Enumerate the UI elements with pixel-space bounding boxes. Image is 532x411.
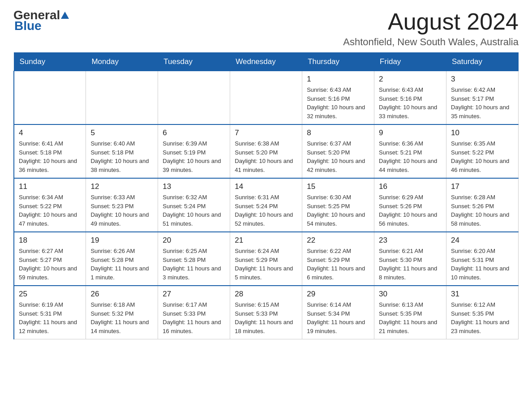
calendar-cell: 11Sunrise: 6:34 AMSunset: 5:22 PMDayligh… xyxy=(14,178,86,232)
day-header-thursday: Thursday xyxy=(302,53,374,71)
calendar-cell: 21Sunrise: 6:24 AMSunset: 5:29 PMDayligh… xyxy=(230,232,302,286)
day-number: 15 xyxy=(307,182,369,191)
calendar-cell: 1Sunrise: 6:43 AMSunset: 5:16 PMDaylight… xyxy=(302,71,374,125)
calendar-cell: 3Sunrise: 6:42 AMSunset: 5:17 PMDaylight… xyxy=(446,71,519,125)
calendar-cell: 24Sunrise: 6:20 AMSunset: 5:31 PMDayligh… xyxy=(446,232,519,286)
day-number: 20 xyxy=(163,236,225,245)
calendar-cell xyxy=(14,71,86,125)
calendar-cell xyxy=(86,71,158,125)
day-info: Sunrise: 6:37 AMSunset: 5:20 PMDaylight:… xyxy=(307,139,369,174)
day-number: 7 xyxy=(235,128,297,137)
day-info: Sunrise: 6:17 AMSunset: 5:33 PMDaylight:… xyxy=(163,300,225,335)
day-info: Sunrise: 6:21 AMSunset: 5:30 PMDaylight:… xyxy=(379,247,442,282)
page-title: August 2024 xyxy=(343,9,519,34)
calendar-cell: 15Sunrise: 6:30 AMSunset: 5:25 PMDayligh… xyxy=(302,178,374,232)
day-number: 22 xyxy=(307,236,369,245)
day-info: Sunrise: 6:41 AMSunset: 5:18 PMDaylight:… xyxy=(19,139,81,174)
day-number: 5 xyxy=(90,128,153,137)
day-info: Sunrise: 6:32 AMSunset: 5:24 PMDaylight:… xyxy=(163,193,225,228)
day-info: Sunrise: 6:43 AMSunset: 5:16 PMDaylight:… xyxy=(379,86,442,120)
day-info: Sunrise: 6:38 AMSunset: 5:20 PMDaylight:… xyxy=(235,139,297,174)
day-info: Sunrise: 6:35 AMSunset: 5:22 PMDaylight:… xyxy=(451,139,514,174)
day-header-monday: Monday xyxy=(86,53,158,71)
logo-blue-text: Blue xyxy=(14,19,42,33)
week-row-5: 25Sunrise: 6:19 AMSunset: 5:31 PMDayligh… xyxy=(14,286,519,339)
day-number: 6 xyxy=(163,128,225,137)
day-info: Sunrise: 6:31 AMSunset: 5:24 PMDaylight:… xyxy=(235,193,297,228)
day-info: Sunrise: 6:20 AMSunset: 5:31 PMDaylight:… xyxy=(451,247,514,282)
day-info: Sunrise: 6:33 AMSunset: 5:23 PMDaylight:… xyxy=(90,193,153,228)
day-info: Sunrise: 6:36 AMSunset: 5:21 PMDaylight:… xyxy=(379,139,442,174)
day-info: Sunrise: 6:34 AMSunset: 5:22 PMDaylight:… xyxy=(19,193,81,228)
day-number: 31 xyxy=(451,290,514,299)
calendar-cell: 2Sunrise: 6:43 AMSunset: 5:16 PMDaylight… xyxy=(374,71,446,125)
day-number: 27 xyxy=(163,290,225,299)
week-row-2: 4Sunrise: 6:41 AMSunset: 5:18 PMDaylight… xyxy=(14,124,519,178)
day-number: 14 xyxy=(235,182,297,191)
day-number: 30 xyxy=(379,290,442,299)
day-info: Sunrise: 6:14 AMSunset: 5:34 PMDaylight:… xyxy=(307,300,369,335)
day-number: 11 xyxy=(19,182,81,191)
day-header-friday: Friday xyxy=(374,53,446,71)
day-header-saturday: Saturday xyxy=(446,53,519,71)
day-info: Sunrise: 6:12 AMSunset: 5:35 PMDaylight:… xyxy=(451,300,514,335)
week-row-3: 11Sunrise: 6:34 AMSunset: 5:22 PMDayligh… xyxy=(14,178,519,232)
calendar-cell xyxy=(230,71,302,125)
day-number: 2 xyxy=(379,75,442,84)
day-number: 16 xyxy=(379,182,442,191)
title-area: August 2024 Ashtonfield, New South Wales… xyxy=(343,9,519,48)
calendar-cell: 16Sunrise: 6:29 AMSunset: 5:26 PMDayligh… xyxy=(374,178,446,232)
calendar-cell: 19Sunrise: 6:26 AMSunset: 5:28 PMDayligh… xyxy=(86,232,158,286)
day-number: 26 xyxy=(90,290,153,299)
logo: General Blue xyxy=(13,9,69,33)
day-number: 29 xyxy=(307,290,369,299)
week-row-1: 1Sunrise: 6:43 AMSunset: 5:16 PMDaylight… xyxy=(14,71,519,125)
calendar-cell: 14Sunrise: 6:31 AMSunset: 5:24 PMDayligh… xyxy=(230,178,302,232)
day-number: 8 xyxy=(307,128,369,137)
day-info: Sunrise: 6:27 AMSunset: 5:27 PMDaylight:… xyxy=(19,247,81,282)
calendar-cell: 20Sunrise: 6:25 AMSunset: 5:28 PMDayligh… xyxy=(158,232,230,286)
day-info: Sunrise: 6:15 AMSunset: 5:33 PMDaylight:… xyxy=(235,300,297,335)
calendar-cell: 8Sunrise: 6:37 AMSunset: 5:20 PMDaylight… xyxy=(302,124,374,178)
day-number: 21 xyxy=(235,236,297,245)
calendar-cell: 29Sunrise: 6:14 AMSunset: 5:34 PMDayligh… xyxy=(302,286,374,339)
calendar-cell: 27Sunrise: 6:17 AMSunset: 5:33 PMDayligh… xyxy=(158,286,230,339)
calendar-table: SundayMondayTuesdayWednesdayThursdayFrid… xyxy=(13,52,519,339)
calendar-cell: 13Sunrise: 6:32 AMSunset: 5:24 PMDayligh… xyxy=(158,178,230,232)
day-number: 3 xyxy=(451,75,514,84)
page-subtitle: Ashtonfield, New South Wales, Australia xyxy=(343,36,519,48)
day-info: Sunrise: 6:40 AMSunset: 5:18 PMDaylight:… xyxy=(90,139,153,174)
day-number: 12 xyxy=(90,182,153,191)
day-number: 24 xyxy=(451,236,514,245)
day-info: Sunrise: 6:22 AMSunset: 5:29 PMDaylight:… xyxy=(307,247,369,282)
day-number: 25 xyxy=(19,290,81,299)
day-info: Sunrise: 6:26 AMSunset: 5:28 PMDaylight:… xyxy=(90,247,153,282)
calendar-cell: 4Sunrise: 6:41 AMSunset: 5:18 PMDaylight… xyxy=(14,124,86,178)
day-number: 9 xyxy=(379,128,442,137)
day-header-wednesday: Wednesday xyxy=(230,53,302,71)
calendar-cell: 22Sunrise: 6:22 AMSunset: 5:29 PMDayligh… xyxy=(302,232,374,286)
day-number: 17 xyxy=(451,182,514,191)
day-info: Sunrise: 6:19 AMSunset: 5:31 PMDaylight:… xyxy=(19,300,81,335)
day-info: Sunrise: 6:24 AMSunset: 5:29 PMDaylight:… xyxy=(235,247,297,282)
day-info: Sunrise: 6:43 AMSunset: 5:16 PMDaylight:… xyxy=(307,86,369,120)
day-info: Sunrise: 6:30 AMSunset: 5:25 PMDaylight:… xyxy=(307,193,369,228)
day-number: 4 xyxy=(19,128,81,137)
day-info: Sunrise: 6:39 AMSunset: 5:19 PMDaylight:… xyxy=(163,139,225,174)
day-info: Sunrise: 6:28 AMSunset: 5:26 PMDaylight:… xyxy=(451,193,514,228)
day-number: 18 xyxy=(19,236,81,245)
calendar-cell xyxy=(158,71,230,125)
day-info: Sunrise: 6:25 AMSunset: 5:28 PMDaylight:… xyxy=(163,247,225,282)
calendar-cell: 10Sunrise: 6:35 AMSunset: 5:22 PMDayligh… xyxy=(446,124,519,178)
calendar-cell: 25Sunrise: 6:19 AMSunset: 5:31 PMDayligh… xyxy=(14,286,86,339)
calendar-cell: 12Sunrise: 6:33 AMSunset: 5:23 PMDayligh… xyxy=(86,178,158,232)
calendar-cell: 7Sunrise: 6:38 AMSunset: 5:20 PMDaylight… xyxy=(230,124,302,178)
day-info: Sunrise: 6:42 AMSunset: 5:17 PMDaylight:… xyxy=(451,86,514,120)
day-header-sunday: Sunday xyxy=(14,53,86,71)
day-info: Sunrise: 6:13 AMSunset: 5:35 PMDaylight:… xyxy=(379,300,442,335)
calendar-cell: 26Sunrise: 6:18 AMSunset: 5:32 PMDayligh… xyxy=(86,286,158,339)
calendar-cell: 5Sunrise: 6:40 AMSunset: 5:18 PMDaylight… xyxy=(86,124,158,178)
calendar-cell: 23Sunrise: 6:21 AMSunset: 5:30 PMDayligh… xyxy=(374,232,446,286)
day-number: 19 xyxy=(90,236,153,245)
calendar-cell: 28Sunrise: 6:15 AMSunset: 5:33 PMDayligh… xyxy=(230,286,302,339)
